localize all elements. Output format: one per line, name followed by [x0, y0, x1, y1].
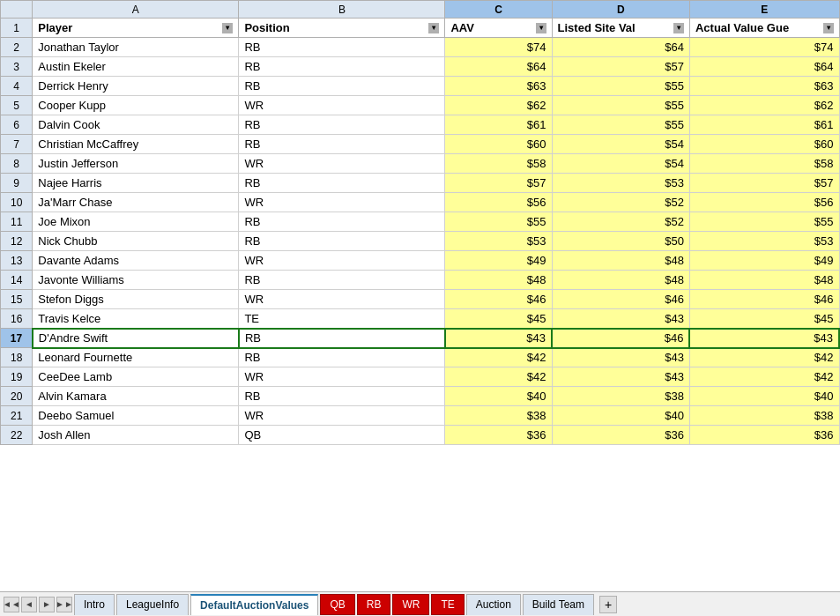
player-cell-3[interactable]: Cooper Kupp	[33, 96, 239, 115]
sheet-tab-build-team[interactable]: Build Team	[523, 594, 594, 615]
actual-cell-14[interactable]: $45	[689, 309, 839, 329]
nav-next[interactable]: ►	[39, 597, 55, 612]
player-cell-17[interactable]: CeeDee Lamb	[33, 367, 239, 387]
position-cell-0[interactable]: RB	[239, 38, 445, 57]
actual-filter-arrow[interactable]: ▾	[823, 23, 834, 33]
listed-cell-18[interactable]: $38	[552, 387, 689, 406]
actual-cell-1[interactable]: $64	[689, 57, 839, 77]
nav-first[interactable]: ◄◄	[4, 597, 19, 612]
player-filter-arrow[interactable]: ▾	[222, 23, 233, 33]
listed-cell-13[interactable]: $46	[552, 290, 689, 309]
aav-cell-3[interactable]: $62	[445, 96, 552, 115]
player-cell-8[interactable]: Ja'Marr Chase	[33, 193, 239, 212]
nav-last[interactable]: ►►	[56, 597, 72, 612]
aav-cell-14[interactable]: $45	[445, 309, 552, 329]
listed-cell-7[interactable]: $53	[552, 174, 689, 193]
col-header-d[interactable]: D	[552, 1, 689, 19]
listed-cell-20[interactable]: $36	[552, 426, 689, 445]
position-cell-14[interactable]: TE	[239, 309, 445, 329]
listed-cell-17[interactable]: $43	[552, 367, 689, 387]
aav-filter-arrow[interactable]: ▾	[536, 23, 546, 33]
player-cell-0[interactable]: Jonathan Taylor	[33, 38, 239, 57]
position-cell-5[interactable]: RB	[239, 135, 445, 154]
listed-cell-16[interactable]: $43	[552, 348, 689, 367]
actual-header[interactable]: Actual Value Gue ▾	[689, 19, 839, 38]
player-cell-1[interactable]: Austin Ekeler	[33, 57, 239, 77]
listed-cell-11[interactable]: $48	[552, 251, 689, 271]
actual-cell-0[interactable]: $74	[689, 38, 839, 57]
position-cell-17[interactable]: WR	[239, 367, 445, 387]
listed-cell-9[interactable]: $52	[552, 212, 689, 232]
listed-cell-5[interactable]: $54	[552, 135, 689, 154]
position-cell-15[interactable]: RB	[239, 329, 445, 348]
position-cell-3[interactable]: WR	[239, 96, 445, 115]
nav-prev[interactable]: ◄	[21, 597, 37, 612]
position-filter-arrow[interactable]: ▾	[428, 23, 439, 33]
aav-cell-13[interactable]: $46	[445, 290, 552, 309]
aav-cell-9[interactable]: $55	[445, 212, 552, 232]
aav-cell-20[interactable]: $36	[445, 426, 552, 445]
actual-cell-18[interactable]: $40	[689, 387, 839, 406]
aav-cell-2[interactable]: $63	[445, 77, 552, 96]
player-cell-16[interactable]: Leonard Fournette	[33, 348, 239, 367]
listed-cell-4[interactable]: $55	[552, 115, 689, 135]
actual-cell-9[interactable]: $55	[689, 212, 839, 232]
actual-cell-4[interactable]: $61	[689, 115, 839, 135]
listed-cell-0[interactable]: $64	[552, 38, 689, 57]
aav-cell-1[interactable]: $64	[445, 57, 552, 77]
position-cell-12[interactable]: RB	[239, 271, 445, 290]
player-cell-18[interactable]: Alvin Kamara	[33, 387, 239, 406]
aav-cell-19[interactable]: $38	[445, 406, 552, 426]
aav-cell-7[interactable]: $57	[445, 174, 552, 193]
position-cell-19[interactable]: WR	[239, 406, 445, 426]
player-cell-15[interactable]: D'Andre Swift	[33, 329, 239, 348]
sheet-tab-intro[interactable]: Intro	[74, 594, 115, 615]
player-cell-13[interactable]: Stefon Diggs	[33, 290, 239, 309]
aav-cell-0[interactable]: $74	[445, 38, 552, 57]
actual-cell-2[interactable]: $63	[689, 77, 839, 96]
actual-cell-10[interactable]: $53	[689, 232, 839, 251]
player-cell-5[interactable]: Christian McCaffrey	[33, 135, 239, 154]
listed-filter-arrow[interactable]: ▾	[673, 23, 684, 33]
actual-cell-5[interactable]: $60	[689, 135, 839, 154]
position-cell-9[interactable]: RB	[239, 212, 445, 232]
position-cell-16[interactable]: RB	[239, 348, 445, 367]
aav-header[interactable]: AAV ▾	[445, 19, 552, 38]
position-cell-2[interactable]: RB	[239, 77, 445, 96]
actual-cell-12[interactable]: $48	[689, 271, 839, 290]
listed-header[interactable]: Listed Site Val ▾	[552, 19, 689, 38]
actual-cell-20[interactable]: $36	[689, 426, 839, 445]
actual-cell-17[interactable]: $42	[689, 367, 839, 387]
aav-cell-5[interactable]: $60	[445, 135, 552, 154]
sheet-tab-defaultauctionvalues[interactable]: DefaultAuctionValues	[190, 594, 318, 615]
listed-cell-6[interactable]: $54	[552, 154, 689, 174]
aav-cell-8[interactable]: $56	[445, 193, 552, 212]
player-cell-6[interactable]: Justin Jefferson	[33, 154, 239, 174]
player-cell-14[interactable]: Travis Kelce	[33, 309, 239, 329]
aav-cell-18[interactable]: $40	[445, 387, 552, 406]
listed-cell-19[interactable]: $40	[552, 406, 689, 426]
sheet-tab-qb[interactable]: QB	[320, 594, 354, 615]
col-header-e[interactable]: E	[689, 1, 839, 19]
listed-cell-14[interactable]: $43	[552, 309, 689, 329]
actual-cell-16[interactable]: $42	[689, 348, 839, 367]
aav-cell-17[interactable]: $42	[445, 367, 552, 387]
col-header-c[interactable]: C	[445, 1, 552, 19]
aav-cell-6[interactable]: $58	[445, 154, 552, 174]
position-cell-11[interactable]: WR	[239, 251, 445, 271]
player-cell-2[interactable]: Derrick Henry	[33, 77, 239, 96]
position-cell-7[interactable]: RB	[239, 174, 445, 193]
aav-cell-10[interactable]: $53	[445, 232, 552, 251]
actual-cell-15[interactable]: $43	[689, 329, 839, 348]
actual-cell-3[interactable]: $62	[689, 96, 839, 115]
aav-cell-16[interactable]: $42	[445, 348, 552, 367]
sheet-tab-te[interactable]: TE	[431, 594, 464, 615]
position-cell-20[interactable]: QB	[239, 426, 445, 445]
aav-cell-12[interactable]: $48	[445, 271, 552, 290]
sheet-tab-wr[interactable]: WR	[392, 594, 429, 615]
player-cell-12[interactable]: Javonte Williams	[33, 271, 239, 290]
listed-cell-8[interactable]: $52	[552, 193, 689, 212]
aav-cell-15[interactable]: $43	[445, 329, 552, 348]
player-cell-19[interactable]: Deebo Samuel	[33, 406, 239, 426]
aav-cell-4[interactable]: $61	[445, 115, 552, 135]
